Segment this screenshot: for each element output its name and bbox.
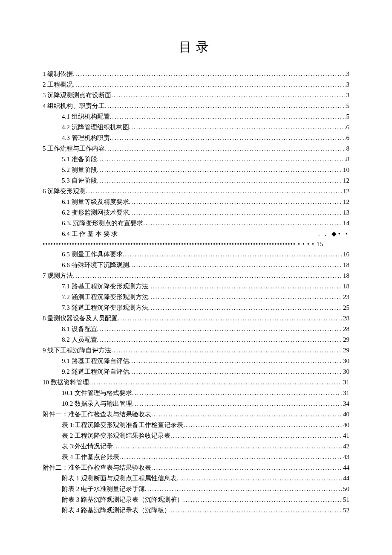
- toc-entry-continuation: ••••••••••••••••••••••••••••••••••••••••…: [43, 239, 349, 249]
- toc-dots: [132, 388, 342, 398]
- toc-dots: [129, 122, 346, 132]
- toc-entry-text: 6.6 特殊环境下沉降观测: [62, 260, 129, 270]
- toc-entry-page: 16: [342, 249, 349, 259]
- toc-entry-text: 10.2 数据录入与输出管理: [62, 398, 132, 409]
- toc-entry-page: 50: [342, 484, 349, 494]
- toc-entry-text: 7.3 隧道工程沉降变形观测方法: [62, 302, 148, 313]
- toc-entry-text: 6.3. 沉降变形测点的布置要求: [62, 218, 143, 228]
- toc-dots: [129, 197, 343, 207]
- toc-entry-text: 4.3 管理机构职责: [62, 133, 110, 143]
- toc-dots: [105, 101, 345, 111]
- toc-entry-text: 附表 4 路基沉降观测记录表（沉降板）: [62, 505, 170, 515]
- toc-entry-text: 附表 1 观测断面与观测点工程属性信息表: [62, 473, 177, 483]
- toc-entry-text: 10 数据资料管理: [43, 377, 89, 387]
- toc-entry-text: 附件一：准备工作检查表与结果验收表: [43, 409, 151, 419]
- toc-dots: [129, 366, 343, 377]
- toc-entry-text: 4.1 组织机构配置: [62, 111, 110, 122]
- toc-entry: 9 线下工程沉降自评方法29: [43, 345, 349, 355]
- toc-entry-text: 1 编制依据: [43, 69, 73, 79]
- page-title: 目录: [43, 38, 349, 56]
- toc-entry-page: 40: [342, 409, 349, 419]
- toc-entry-text: 附表 2 电子水准测量记录手簿: [62, 484, 145, 494]
- toc-entry: 9.2 隧道工程沉降自评估30: [43, 366, 349, 377]
- toc-dots: [129, 260, 343, 270]
- toc-entry: 6.2 变形监测网技术要求13: [43, 207, 349, 218]
- toc-entry-text: 7.2 涵洞工程沉降变形观测方法: [62, 292, 148, 302]
- toc-entry-page: 6: [346, 133, 350, 143]
- toc-dots: [111, 345, 342, 355]
- toc-entry: 附表 4 路基沉降观测记录表（沉降板）52: [43, 505, 349, 515]
- toc-dots: [143, 218, 342, 228]
- toc-entry: 6.1 测量等级及精度要求12: [43, 197, 349, 207]
- toc-dots: [118, 313, 342, 323]
- toc-dots: [73, 69, 345, 79]
- toc-entry-page: 34: [342, 398, 349, 409]
- toc-entry-page: 18: [342, 270, 349, 281]
- toc-entry-text: 8.1 设备配置: [62, 324, 97, 334]
- toc-dots: [183, 494, 342, 505]
- toc-entry-page: 30: [342, 356, 349, 366]
- toc-entry-text: 7.1 路基工程沉降变形观测方法: [62, 281, 148, 291]
- toc-dots: [113, 441, 342, 451]
- toc-entry-page: 43: [342, 452, 349, 462]
- toc-entry-text: 8.2 人员配置: [62, 334, 97, 345]
- toc-entry: 1 编制依据3: [43, 69, 349, 79]
- toc-entry-page: 41: [342, 430, 349, 441]
- toc-dots: [73, 79, 345, 90]
- toc-entry: 附表 2 电子水准测量记录手簿50: [43, 484, 349, 494]
- toc-entry: 4 组织机构、职责分工5: [43, 101, 349, 111]
- toc-entry: 4.3 管理机构职责6: [43, 133, 349, 143]
- toc-entry-text: 6.4 工 作 基 本 要 求: [62, 229, 300, 239]
- toc-entry: 2 工程概况3: [43, 79, 349, 90]
- toc-entry-text: 4 组织机构、职责分工: [43, 101, 105, 111]
- toc-entry: 4.2 沉降管理组织机构图6: [43, 122, 349, 132]
- toc-entry-text: 6.1 测量等级及精度要求: [62, 197, 129, 207]
- toc-entry-page: 29: [342, 345, 349, 355]
- toc-entry: 表 1:工程沉降变形观测准备工作检查记录表40: [43, 420, 349, 430]
- toc-entry-page: 29: [342, 334, 349, 345]
- toc-entry-text: 10.1 文件管理与格式要求: [62, 388, 132, 398]
- toc-entry-page: 42: [342, 441, 349, 451]
- toc-entry-page: 44: [342, 462, 349, 473]
- toc-dots: [97, 154, 346, 164]
- toc-dots: [110, 111, 346, 122]
- toc-entry: 6.5 测量工作具体要求16: [43, 249, 349, 259]
- toc-entry: 附件一：准备工作检查表与结果验收表40: [43, 409, 349, 419]
- toc-entry-page: 12: [342, 175, 349, 186]
- toc-entry-page: 23: [342, 292, 349, 302]
- toc-dots: [119, 452, 342, 462]
- toc-entry-text: 7 观测方法: [43, 270, 73, 281]
- toc-entry-text: 9.1 路基工程沉降自评估: [62, 356, 129, 366]
- toc-dots: [97, 175, 343, 186]
- toc-dots: [89, 377, 342, 387]
- toc-entry-text: 8 量测仪器设备及人员配置: [43, 313, 118, 323]
- toc-entry-page: 3: [346, 90, 350, 100]
- toc-entry-text: 5.3 自评阶段: [62, 175, 97, 186]
- toc-entry-page: 51: [342, 494, 349, 505]
- toc-entry-page: 12: [342, 197, 349, 207]
- toc-dots: [148, 281, 343, 291]
- toc-entry-page: 10: [342, 165, 349, 175]
- toc-entry: 表 4 工作基点台账表43: [43, 452, 349, 462]
- toc-entry-text: 5 工作流程与工作内容: [43, 143, 105, 154]
- toc-dots: [73, 270, 342, 281]
- toc-entry: 8 量测仪器设备及人员配置28: [43, 313, 349, 323]
- toc-dots: [111, 90, 345, 100]
- toc-entry-text: 6.5 测量工作具体要求: [62, 249, 123, 259]
- toc-entry-text: 5.1 准备阶段: [62, 154, 97, 164]
- toc-entry-page: 31: [342, 377, 349, 387]
- toc-entry-text: 附件二：准备工作检查表与结果验收表: [43, 462, 151, 473]
- toc-entry: 6.3. 沉降变形测点的布置要求14: [43, 218, 349, 228]
- toc-entry-page: 18: [342, 281, 349, 291]
- toc-entry-page: 31: [342, 388, 349, 398]
- toc-entry: 表 2 工程沉降变形观测结果验收记录表41: [43, 430, 349, 441]
- toc-entry: 10.2 数据录入与输出管理34: [43, 398, 349, 409]
- toc-entry: 10.1 文件管理与格式要求31: [43, 388, 349, 398]
- toc-entry-text: 附表 3 路基沉降观测记录表（沉降观测桩）: [62, 494, 183, 505]
- toc-dots: [177, 473, 342, 483]
- toc-entry-page: 25: [342, 302, 349, 313]
- toc-entry-page: 8: [346, 154, 350, 164]
- toc-entry: 5.1 准备阶段8: [43, 154, 349, 164]
- toc-entry: 7.3 隧道工程沉降变形观测方法25: [43, 302, 349, 313]
- toc-entry-page: 5: [346, 101, 350, 111]
